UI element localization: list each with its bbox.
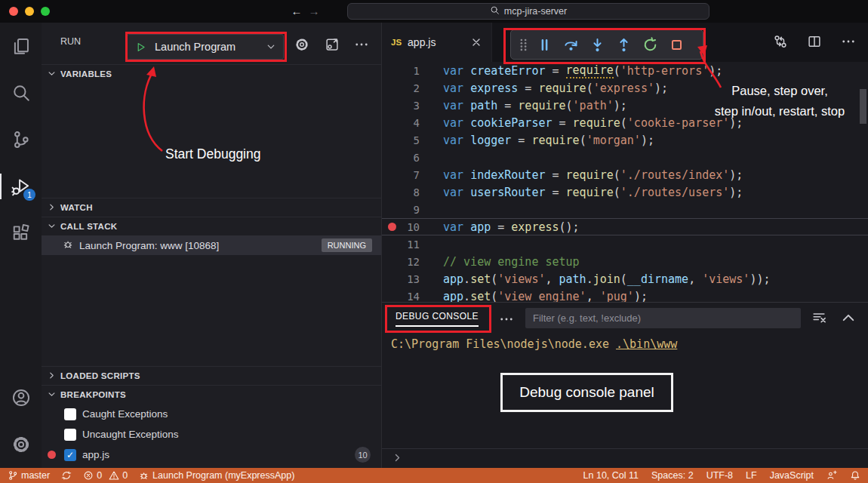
start-debugging-play-icon[interactable]: [135, 42, 146, 53]
maximize-panel-chevron-icon[interactable]: [841, 310, 856, 325]
statusbar-git-branch[interactable]: master: [8, 470, 50, 481]
line-gutter[interactable]: 12: [382, 256, 443, 268]
statusbar-debug-session[interactable]: Launch Program (myExpressApp): [139, 470, 294, 481]
section-label: CALL STACK: [60, 222, 117, 231]
line-gutter[interactable]: 10: [382, 221, 443, 233]
section-breakpoints[interactable]: BREAKPOINTS: [42, 385, 381, 404]
debug-console-toggle-icon[interactable]: [325, 37, 340, 52]
forward-arrow-icon[interactable]: →: [306, 4, 322, 19]
line-gutter[interactable]: 7: [382, 169, 443, 181]
activity-item-account[interactable]: [0, 374, 42, 421]
section-loaded-scripts[interactable]: LOADED SCRIPTS: [42, 366, 381, 385]
statusbar-left: master00Launch Program (myExpressApp): [8, 470, 306, 481]
code-line: 11: [382, 235, 868, 253]
console-output-link[interactable]: .\bin\www: [616, 337, 677, 351]
line-gutter[interactable]: 2: [382, 82, 443, 94]
section-watch[interactable]: WATCH: [42, 198, 381, 217]
statusbar-label: master: [21, 470, 50, 481]
statusbar-notifications[interactable]: [850, 470, 860, 481]
activity-bar-spacer: [0, 257, 42, 374]
maximize-window-button[interactable]: [41, 7, 50, 16]
vscode-window: ← → mcp-jira-server 1 RUN Launch Program: [0, 0, 868, 483]
tab-appjs[interactable]: JS app.js: [382, 23, 492, 62]
tab-debug-console[interactable]: DEBUG CONSOLE: [396, 311, 479, 327]
statusbar-problems[interactable]: 00: [83, 470, 128, 481]
line-gutter[interactable]: 5: [382, 134, 443, 146]
breakpoint-dot: [48, 451, 56, 459]
activity-item-settings[interactable]: [0, 421, 42, 468]
panel-header: DEBUG CONSOLE: [382, 303, 868, 333]
close-window-button[interactable]: [9, 7, 18, 16]
section-call-stack[interactable]: CALL STACK: [42, 217, 381, 235]
code-editor[interactable]: 1var createError = require('http-errors'…: [382, 62, 868, 302]
restart-button[interactable]: [637, 32, 663, 57]
console-input-row[interactable]: [382, 448, 868, 468]
line-gutter[interactable]: 8: [382, 186, 443, 198]
line-gutter[interactable]: 4: [382, 117, 443, 129]
statusbar-indentation[interactable]: Spaces: 2: [651, 470, 694, 481]
views-more-actions-icon[interactable]: [354, 37, 369, 52]
console-filter-input[interactable]: [525, 308, 801, 328]
line-gutter[interactable]: 3: [382, 100, 443, 112]
editor-more-actions-icon[interactable]: [841, 34, 856, 49]
activity-item-search[interactable]: [0, 69, 42, 116]
step-into-button[interactable]: [584, 32, 611, 57]
section-label: VARIABLES: [60, 69, 112, 78]
toolbar-gripper-icon[interactable]: [515, 32, 531, 57]
code-line: 12// view engine setup: [382, 253, 868, 270]
step-out-button[interactable]: [611, 32, 637, 57]
line-gutter[interactable]: 14: [382, 291, 443, 303]
activity-item-explorer[interactable]: [0, 23, 42, 69]
line-gutter[interactable]: 1: [382, 65, 443, 77]
statusbar-cursor-position[interactable]: Ln 10, Col 11: [583, 470, 639, 481]
breakpoint-row[interactable]: Caught Exceptions: [42, 404, 381, 424]
close-tab-icon[interactable]: [470, 36, 482, 48]
statusbar-label: 0: [97, 470, 102, 481]
code-line: 6: [382, 149, 868, 166]
activity-item-extensions[interactable]: [0, 210, 42, 257]
section-variables[interactable]: VARIABLES: [42, 64, 381, 83]
statusbar-language-mode[interactable]: JavaScript: [770, 470, 814, 481]
running-status-badge: RUNNING: [322, 238, 372, 252]
open-changes-icon[interactable]: [773, 34, 788, 49]
variables-empty-area: [42, 83, 381, 198]
code-line: 8var usersRouter = require('./routes/use…: [382, 183, 868, 201]
step-over-icon: [563, 37, 579, 53]
code-line: 4var cookieParser = require('cookie-pars…: [382, 114, 868, 131]
line-gutter[interactable]: 13: [382, 273, 443, 285]
breakpoint-checkbox[interactable]: [64, 429, 76, 441]
activity-item-run-and-debug[interactable]: 1: [0, 163, 42, 210]
statusbar-feedback[interactable]: [826, 470, 837, 481]
breakpoint-label: Uncaught Exceptions: [82, 429, 179, 440]
breakpoint-checkbox[interactable]: [64, 408, 76, 420]
restart-icon: [642, 37, 658, 53]
command-center-search[interactable]: mcp-jira-server: [347, 3, 709, 20]
panel-more-actions-icon[interactable]: [499, 312, 514, 327]
launch-config-dropdown[interactable]: Launch Program: [127, 34, 284, 60]
statusbar-eol[interactable]: LF: [746, 470, 757, 481]
code-line: 5var logger = require('morgan');: [382, 131, 868, 149]
editor-group: JS app.js 1var createError = require('ht…: [381, 23, 868, 468]
line-gutter[interactable]: 6: [382, 152, 443, 164]
statusbar-encoding[interactable]: UTF-8: [706, 470, 733, 481]
pause-button[interactable]: [531, 32, 558, 57]
breakpoint-dot[interactable]: [388, 223, 396, 231]
call-stack-session-row[interactable]: Launch Program: www [10868] RUNNING: [42, 235, 381, 255]
breakpoint-row[interactable]: app.js10: [42, 445, 381, 465]
code-line: 10var app = express();: [382, 218, 868, 235]
step-over-button[interactable]: [558, 32, 584, 57]
split-editor-icon[interactable]: [807, 34, 822, 49]
line-gutter[interactable]: 9: [382, 204, 443, 216]
search-icon: [490, 5, 500, 17]
breakpoint-row[interactable]: Uncaught Exceptions: [42, 424, 381, 445]
clear-console-icon[interactable]: [811, 310, 826, 325]
stop-icon: [669, 37, 685, 53]
minimize-window-button[interactable]: [25, 7, 34, 16]
statusbar-sync[interactable]: [61, 470, 72, 481]
breakpoint-checkbox[interactable]: [64, 449, 76, 461]
configure-gear-icon[interactable]: [294, 37, 309, 52]
activity-item-source-control[interactable]: [0, 116, 42, 163]
stop-button[interactable]: [663, 32, 690, 57]
line-gutter[interactable]: 11: [382, 238, 443, 251]
back-arrow-icon[interactable]: ←: [289, 4, 304, 19]
